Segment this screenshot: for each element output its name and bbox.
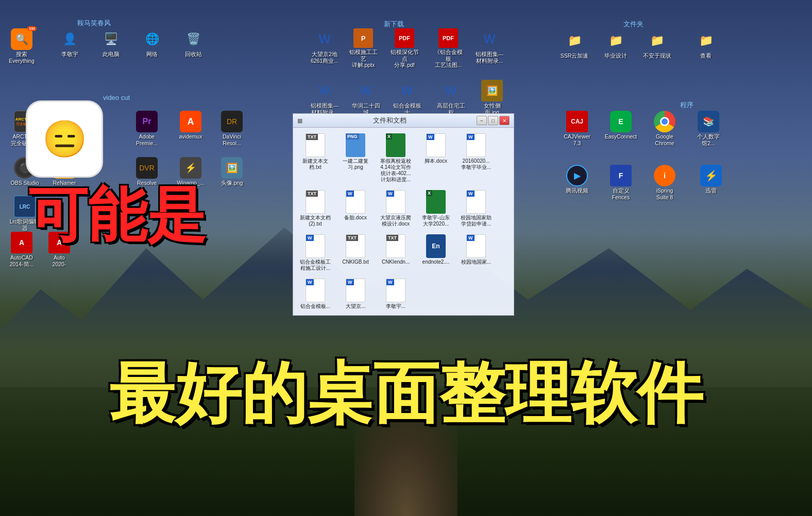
file-item-xinjianzb2[interactable]: TXT 新建文本文档(2).txt <box>297 188 333 229</box>
icon-tengxun-video[interactable]: ▶ 腾讯视频 <box>562 165 593 194</box>
file-item-jiaobendocx[interactable]: W 脚本.docx <box>418 132 454 184</box>
icon-ispring[interactable]: i iSpringSuite 8 <box>649 165 680 200</box>
icon-dajingdi[interactable]: W 大望京2地6261商业... <box>309 28 340 64</box>
text-kenengshi: 可能是 <box>28 185 206 245</box>
file-item-xinjianzb[interactable]: TXT 新建文本文档.txt <box>297 132 333 184</box>
icon-lvmo-shenjie[interactable]: PDF 铝模深化节点分享.pdf <box>389 28 420 68</box>
icon-easyconnect[interactable]: E EasyConnect <box>605 111 636 140</box>
file-item-lijingyu2[interactable]: W 李敬宇... <box>378 277 414 311</box>
group-label-jingchunfeng: 鞍马笑春风 <box>77 19 111 28</box>
text-zuihaode: 最好的桌面整理软件 <box>0 360 812 426</box>
icon-nvxing[interactable]: 🖼️ 女性侧面.jpg <box>477 80 508 115</box>
icon-bu-an[interactable]: 📁 不安于现状 <box>641 30 672 59</box>
file-item-dawangjing[interactable]: W 大望京液压爬模设计.docx <box>378 188 414 229</box>
file-item-xiaoyuandi2[interactable]: W 校园地国家... <box>458 233 494 273</box>
icon-touixiang[interactable]: 🖼️ 头像.png <box>216 157 247 186</box>
icon-xunlei[interactable]: ⚡ 迅雷 <box>696 165 726 194</box>
close-button[interactable]: ✕ <box>499 116 510 125</box>
file-window: ▦ 文件和文档 − □ ✕ TXT 新建文本文档.txt PNG 一建二建复习.… <box>293 113 514 316</box>
file-item-hanjia[interactable]: X 寒假离校返校4.14论文写作统计表-402...计划和进度... <box>378 132 414 184</box>
icon-network[interactable]: 🌐 网络 <box>137 28 167 58</box>
everything-label: 搜索Everything <box>9 51 35 64</box>
file-item-lvheji-gongcheng[interactable]: W 铝合金模板工程施工设计... <box>297 233 333 273</box>
icon-lijingyu[interactable]: 👤 李敬宇 <box>54 28 85 58</box>
icon-geren-shuzi[interactable]: 📚 个人数字馆2... <box>693 111 724 146</box>
file-window-content: TXT 新建文本文档.txt PNG 一建二建复习.png X 寒假离校返校4.… <box>293 128 514 315</box>
file-window-title: 文件和文档 <box>373 116 407 125</box>
icon-lvheji1[interactable]: PDF 《铝合金模板工艺法图... <box>433 28 464 68</box>
file-item-cnkiendn[interactable]: TXT CNKIendn... <box>378 233 414 273</box>
mascot-image: 😑 <box>26 100 103 178</box>
file-item-cnkigb[interactable]: TXT CNKIGB.txt <box>337 233 374 273</box>
maximize-button[interactable]: □ <box>488 116 498 125</box>
overlay-kenengshi: 可能是 <box>28 185 206 245</box>
file-item-beitaidocx[interactable]: W 备胎.docx <box>337 188 374 229</box>
overlay-zuihaode: 最好的桌面整理软件 <box>0 360 812 426</box>
file-item-lvheji2[interactable]: W 铝合金模板... <box>297 277 333 311</box>
file-item-20160020[interactable]: W 20160020...李敬宇毕业... <box>458 132 494 184</box>
icon-this-computer[interactable]: 🖥️ 此电脑 <box>95 28 126 58</box>
file-item-yijianerfujian[interactable]: PNG 一建二建复习.png <box>337 132 374 184</box>
group-label-chengxu: 程序 <box>680 100 693 110</box>
file-item-lijingyu-shandong[interactable]: X 李敬宇-山东大学2020... <box>418 188 454 229</box>
icon-chakan[interactable]: 📁 查看 <box>690 30 721 59</box>
file-item-dawangjing2[interactable]: W 大望京... <box>337 277 374 311</box>
file-window-titlebar: ▦ 文件和文档 − □ ✕ <box>293 114 514 128</box>
icon-lvmo-tji[interactable]: W 铝模图集---材料附录... <box>474 28 505 64</box>
minimize-button[interactable]: − <box>477 116 487 125</box>
icon-ssr[interactable]: 📁 SSR云加速 <box>559 30 590 59</box>
icon-biye-sheji[interactable]: 📁 毕业设计 <box>600 30 631 59</box>
file-item-endnote[interactable]: En endnote2.... <box>418 233 454 273</box>
icon-lvmo-tji2[interactable]: W 铝模图集---材料附录... <box>309 80 340 115</box>
icon-recycle[interactable]: 🗑️ 回收站 <box>178 28 209 58</box>
group-label-xinxiazai: 新下载 <box>384 20 404 29</box>
file-item-xiaoyuandi[interactable]: W 校园地国家助学贷款申请... <box>458 188 494 229</box>
sidebar-item-everything[interactable]: 🔍 193 搜索Everything <box>6 28 37 64</box>
icon-cajviewer[interactable]: CAJ CAJViewer7.3 <box>562 111 593 146</box>
icon-lvmo-gongyi[interactable]: P 铝模施工工艺详解.pptx <box>348 28 379 68</box>
desktop: 鞍马笑春风 🔍 193 搜索Everything 👤 李敬宇 🖥️ 此电脑 🌐 … <box>0 0 812 516</box>
icon-zidingyi-fences[interactable]: F 自定义Fences <box>605 165 636 200</box>
group-label-video-cut: video cut <box>103 94 130 101</box>
window-controls: − □ ✕ <box>477 116 510 125</box>
icon-adobe-pr[interactable]: Pr AdobePremie... <box>131 111 162 146</box>
icon-davinci[interactable]: DR DaVinciResol... <box>216 111 247 146</box>
group-label-wenjianjiia: 文件夹 <box>623 20 644 29</box>
icon-google-chrome[interactable]: Google Chrome <box>649 111 680 146</box>
icon-avidemux[interactable]: A avidemux <box>175 111 206 140</box>
